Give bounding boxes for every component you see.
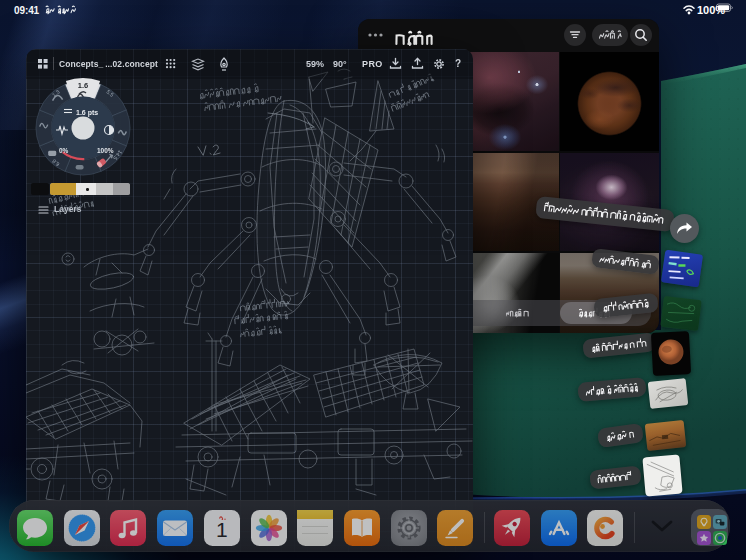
svg-text:100%: 100% [97,147,114,154]
svg-text:1.6 pts: 1.6 pts [76,109,98,117]
svg-text:1.6: 1.6 [78,81,88,90]
svg-text:0%: 0% [59,147,69,154]
